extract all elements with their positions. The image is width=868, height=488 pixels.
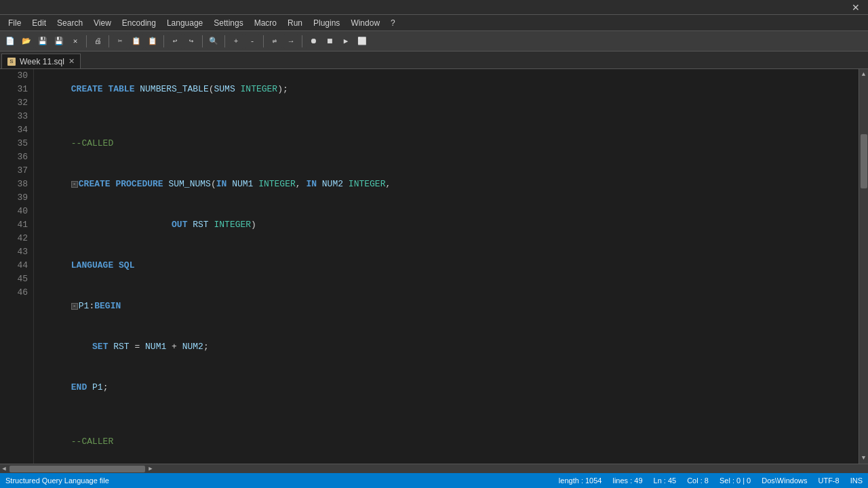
line-num-46: 46 xyxy=(5,286,28,300)
undo-button[interactable]: ↩ xyxy=(167,34,182,49)
line-num-44: 44 xyxy=(5,259,28,272)
line-num-42: 42 xyxy=(5,232,28,245)
menu-item-?[interactable]: ? xyxy=(385,17,401,29)
scrollbar-horizontal[interactable]: ◀ ▶ xyxy=(0,464,868,473)
collapse-icon-33[interactable]: - xyxy=(71,181,78,188)
status-bar: Structured Query Language file length : … xyxy=(0,473,868,488)
line-ending-label: Dos\Windows xyxy=(762,476,807,485)
new-file-button[interactable]: 📄 xyxy=(3,34,18,49)
scroll-left-arrow[interactable]: ◀ xyxy=(0,465,8,473)
id-p1-36: P1 xyxy=(79,301,90,311)
wrap-button[interactable]: ⇌ xyxy=(267,34,282,49)
tab-close-button[interactable]: ✕ xyxy=(68,57,75,66)
collapse-icon-36[interactable]: - xyxy=(71,303,78,310)
scrollbar-vertical[interactable]: ▲ ▼ xyxy=(859,69,868,464)
code-line-36: -P1:BEGIN xyxy=(39,286,853,327)
type-integer-33b: INTEGER xyxy=(349,179,386,189)
line-num-38: 38 xyxy=(5,178,28,191)
macro-record-button[interactable]: ⏺ xyxy=(306,34,321,49)
code-line-38: END P1; xyxy=(39,367,853,408)
kw-in-2: IN xyxy=(306,179,317,189)
kw-create-30: CREATE xyxy=(71,84,103,94)
type-integer-30: INTEGER xyxy=(241,84,278,94)
kw-procedure-33: PROCEDURE xyxy=(115,179,163,189)
cut-button[interactable]: ✂ xyxy=(113,34,127,49)
macro-save-button[interactable]: ⬜ xyxy=(355,34,370,49)
line-num-36: 36 xyxy=(5,150,28,164)
toolbar-sep-4 xyxy=(202,35,203,47)
tab-bar: S Week 11.sql ✕ xyxy=(0,52,868,69)
menu-item-edit[interactable]: Edit xyxy=(26,17,52,29)
save-button[interactable]: 💾 xyxy=(35,34,50,49)
position-label: Ln : 45 xyxy=(654,476,677,485)
line-num-37: 37 xyxy=(5,164,28,178)
menu-item-search[interactable]: Search xyxy=(52,17,88,29)
toolbar-sep-1 xyxy=(86,35,87,47)
line-numbers: 30 31 32 33 34 35 36 37 38 39 40 41 42 4… xyxy=(0,69,34,464)
kw-table-30: TABLE xyxy=(108,84,134,94)
menu-item-macro[interactable]: Macro xyxy=(249,17,282,29)
scroll-right-arrow[interactable]: ▶ xyxy=(146,465,155,473)
menu-item-file[interactable]: File xyxy=(3,17,26,29)
kw-create-33: CREATE xyxy=(79,179,111,189)
file-tab[interactable]: S Week 11.sql ✕ xyxy=(1,54,81,68)
close-button2[interactable]: ✕ xyxy=(68,34,83,49)
id-p1-38: P1 xyxy=(92,382,103,392)
menu-item-view[interactable]: View xyxy=(88,17,117,29)
id-rst-37: RST xyxy=(113,342,129,352)
paste-button[interactable]: 📋 xyxy=(145,34,160,49)
line-num-39: 39 xyxy=(5,191,28,205)
ins-label: INS xyxy=(850,476,863,485)
menu-item-plugins[interactable]: Plugins xyxy=(308,17,345,29)
kw-set-37: SET xyxy=(92,342,108,352)
copy-button[interactable]: 📋 xyxy=(129,34,144,49)
scroll-thumb-x[interactable] xyxy=(9,466,145,472)
col-label: Col : 8 xyxy=(687,476,709,485)
kw-end-38: END xyxy=(71,382,87,392)
print-button[interactable]: 🖨 xyxy=(90,34,105,49)
line-num-30: 30 xyxy=(5,69,28,83)
id-num2-37: NUM2 xyxy=(182,342,203,352)
encoding-label: UTF-8 xyxy=(818,476,839,485)
code-line-34: OUT RST INTEGER) xyxy=(39,205,853,245)
id-numbers-table: NUMBERS_TABLE xyxy=(140,84,208,94)
open-file-button[interactable]: 📂 xyxy=(19,34,34,49)
tab-label: Week 11.sql xyxy=(20,57,64,66)
redo-button[interactable]: ↪ xyxy=(184,34,199,49)
menu-item-settings[interactable]: Settings xyxy=(208,17,248,29)
close-button[interactable]: ✕ xyxy=(849,2,863,13)
menu-item-language[interactable]: Language xyxy=(161,17,208,29)
code-line-30: CREATE TABLE NUMBERS_TABLE(SUMS INTEGER)… xyxy=(39,69,853,110)
toolbar: 📄 📂 💾 💾 ✕ 🖨 ✂ 📋 📋 ↩ ↪ 🔍 + - ⇌ → ⏺ ⏹ ▶ ⬜ xyxy=(0,31,868,52)
scroll-track[interactable] xyxy=(861,80,867,453)
toolbar-sep-3 xyxy=(163,35,164,47)
macro-stop-button[interactable]: ⏹ xyxy=(322,34,337,49)
zoom-out-button[interactable]: - xyxy=(245,34,260,49)
menu-item-window[interactable]: Window xyxy=(345,17,385,29)
kw-sql-35: SQL xyxy=(119,260,134,270)
line-num-41: 41 xyxy=(5,218,28,232)
menu-bar: FileEditSearchViewEncodingLanguageSettin… xyxy=(0,15,868,31)
scroll-down-arrow[interactable]: ▼ xyxy=(860,454,868,462)
id-sum-nums: SUM_NUMS xyxy=(168,179,210,189)
menu-item-run[interactable]: Run xyxy=(282,17,308,29)
code-line-32: --CALLED xyxy=(39,123,853,164)
code-line-31 xyxy=(39,110,853,123)
zoom-in-button[interactable]: + xyxy=(229,34,243,49)
id-num1-33: NUM1 xyxy=(232,179,253,189)
code-area[interactable]: CREATE TABLE NUMBERS_TABLE(SUMS INTEGER)… xyxy=(34,69,859,464)
length-label: length : 1054 xyxy=(559,476,602,485)
sel-label: Sel : 0 | 0 xyxy=(719,476,751,485)
line-num-31: 31 xyxy=(5,83,28,96)
menu-item-encoding[interactable]: Encoding xyxy=(117,17,161,29)
scroll-thumb[interactable] xyxy=(861,134,867,188)
find-button[interactable]: 🔍 xyxy=(206,34,221,49)
id-num1-37: NUM1 xyxy=(145,342,166,352)
indent-button[interactable]: → xyxy=(283,34,298,49)
lines-count-label: lines : 49 xyxy=(612,476,642,485)
status-right: length : 1054 lines : 49 Ln : 45 Col : 8… xyxy=(559,476,863,485)
scroll-up-arrow[interactable]: ▲ xyxy=(860,70,868,79)
line-num-40: 40 xyxy=(5,205,28,218)
macro-play-button[interactable]: ▶ xyxy=(338,34,353,49)
save-all-button[interactable]: 💾 xyxy=(52,34,66,49)
